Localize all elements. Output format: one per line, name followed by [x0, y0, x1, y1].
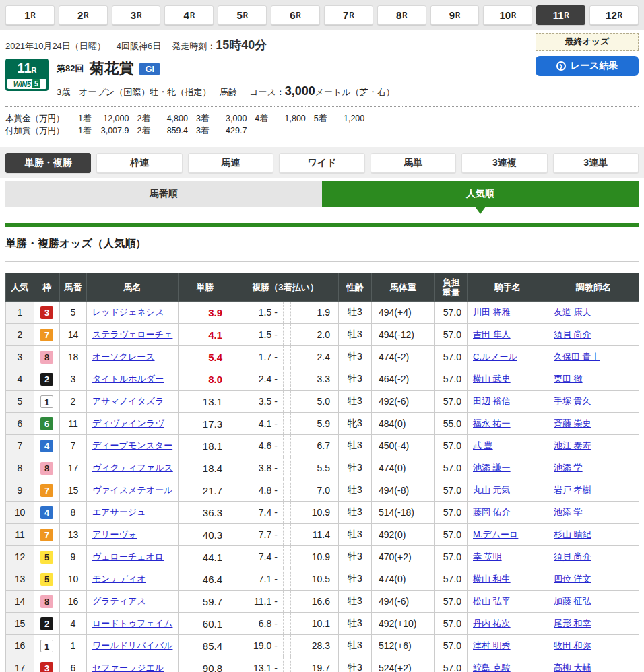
win-odds-cell: 90.8: [179, 657, 232, 672]
horse-name-link[interactable]: レッドジェネシス: [92, 307, 164, 317]
place-odds-dash: -: [274, 507, 278, 518]
jockey-link[interactable]: 福永 祐一: [473, 418, 511, 428]
jockey-cell: C.ルメール: [468, 346, 548, 368]
race-tab-4r[interactable]: 4R: [164, 5, 214, 25]
jockey-cell: 藤岡 佑介: [468, 502, 548, 524]
jockey-link[interactable]: 丹内 祐次: [473, 618, 511, 628]
trainer-link[interactable]: 杉山 晴紀: [554, 529, 591, 539]
horse-name-link[interactable]: ロードトゥフェイム: [92, 618, 172, 628]
trainer-link[interactable]: 四位 洋文: [554, 574, 591, 584]
trainer-link[interactable]: 斉藤 崇史: [554, 418, 591, 428]
trainer-link[interactable]: 牧田 和弥: [554, 640, 591, 650]
race-tab-9r[interactable]: 9R: [430, 5, 480, 25]
race-tab-7r[interactable]: 7R: [324, 5, 373, 25]
horse-name-link[interactable]: オーソクレース: [92, 351, 155, 362]
horse-name-link[interactable]: ディープモンスター: [92, 440, 172, 450]
load-weight-cell: 57.0: [435, 435, 468, 457]
bet-type-tab-4[interactable]: ワイド: [279, 153, 364, 173]
jockey-link[interactable]: 横山 和生: [473, 574, 511, 584]
jockey-link[interactable]: 吉田 隼人: [473, 329, 511, 339]
odds-row: 13510モンテディオ46.47.1-10.5牡3474(0)57.0横山 和生…: [6, 568, 639, 591]
horse-name-link[interactable]: ステラヴェローチェ: [92, 329, 172, 339]
race-tab-11r[interactable]: 11R: [536, 5, 585, 25]
horse-name-link[interactable]: ヴィクティファルス: [92, 463, 173, 473]
race-tab-number: 5: [236, 9, 242, 21]
race-tab-2r[interactable]: 2R: [59, 5, 108, 25]
race-result-button[interactable]: ❯レース結果: [536, 56, 639, 76]
horse-name-link[interactable]: タイトルホルダー: [92, 374, 164, 384]
race-tab-suffix: R: [349, 11, 354, 19]
trainer-link[interactable]: 栗田 徹: [554, 374, 583, 384]
trainer-link[interactable]: 池添 学: [554, 463, 583, 473]
horse-name-link[interactable]: アサマノイタズラ: [92, 396, 164, 406]
place-odds-separator: [283, 435, 291, 457]
jockey-cell: 丹内 祐次: [468, 613, 548, 635]
trainer-link[interactable]: 久保田 貴士: [554, 351, 600, 362]
load-weight-cell: 55.0: [435, 413, 468, 435]
race-tab-3r[interactable]: 3R: [112, 5, 161, 25]
trainer-cell: 池添 学: [548, 502, 639, 524]
jockey-link[interactable]: 川田 将雅: [473, 307, 511, 317]
trainer-link[interactable]: 須貝 尚介: [554, 551, 591, 562]
trainer-link[interactable]: 池江 泰寿: [554, 440, 591, 450]
race-tab-10r[interactable]: 10R: [483, 5, 532, 25]
jockey-link[interactable]: 津村 明秀: [473, 640, 511, 650]
race-tab-12r[interactable]: 12R: [589, 5, 639, 25]
horse-number-cell: 10: [60, 568, 87, 591]
trainer-link[interactable]: 友道 康夫: [554, 307, 591, 317]
jockey-link[interactable]: 池添 謙一: [473, 463, 511, 473]
bet-type-tab-7[interactable]: 3連単: [553, 153, 639, 173]
header-rank: 人気: [6, 273, 34, 302]
trainer-link[interactable]: 手塚 貴久: [554, 396, 591, 406]
horse-weight-cell: 492(-6): [372, 391, 435, 413]
horse-number-cell: 5: [60, 302, 87, 324]
horse-name-link[interactable]: ヴァイスメテオール: [92, 485, 172, 495]
sort-tab-1[interactable]: 馬番順: [5, 181, 322, 207]
grade-badge: GI: [139, 63, 160, 75]
jockey-link[interactable]: C.ルメール: [473, 351, 517, 362]
trainer-link[interactable]: 須貝 尚介: [554, 329, 591, 339]
jockey-link[interactable]: M.デムーロ: [473, 529, 518, 539]
jockey-link[interactable]: 田辺 裕信: [473, 396, 511, 406]
horse-name-link[interactable]: ディヴァインラヴ: [92, 418, 164, 428]
rank-cell: 11: [6, 524, 34, 546]
final-odds-button[interactable]: 最終オッズ: [536, 33, 639, 51]
horse-name-cell: レッドジェネシス: [87, 302, 179, 324]
race-tab-6r[interactable]: 6R: [271, 5, 320, 25]
place-odds-high: 2.4: [291, 351, 338, 362]
race-tab-1r[interactable]: 1R: [5, 5, 55, 25]
trainer-link[interactable]: 加藤 征弘: [554, 596, 591, 606]
place-odds-high: 6.7: [291, 440, 338, 451]
horse-name-link[interactable]: アリーヴォ: [92, 529, 137, 539]
horse-name-link[interactable]: セファーラジエル: [92, 663, 164, 672]
race-tab-8r[interactable]: 8R: [377, 5, 426, 25]
sort-tab-2[interactable]: 人気順: [322, 181, 639, 207]
jockey-link[interactable]: 松山 弘平: [473, 596, 511, 606]
waku-badge: 4: [40, 440, 53, 452]
bet-type-tab-5[interactable]: 馬単: [371, 153, 456, 173]
horse-number-cell: 2: [60, 391, 87, 413]
jockey-link[interactable]: 横山 武史: [473, 374, 511, 384]
bet-type-tab-1[interactable]: 単勝・複勝: [5, 153, 91, 173]
trainer-link[interactable]: 池添 学: [554, 507, 583, 517]
horse-weight-cell: 464(-2): [372, 368, 435, 391]
horse-name-link[interactable]: エアサージュ: [92, 507, 146, 517]
jockey-link[interactable]: 武 豊: [473, 440, 493, 450]
horse-weight-cell: 514(-18): [372, 502, 435, 524]
horse-name-link[interactable]: グラティアス: [92, 596, 146, 606]
bet-type-tab-3[interactable]: 馬連: [188, 153, 273, 173]
jockey-link[interactable]: 鮫島 克駿: [473, 663, 511, 672]
horse-name-link[interactable]: モンテディオ: [92, 574, 146, 584]
horse-name-link[interactable]: ワールドリバイバル: [92, 640, 172, 650]
trainer-link[interactable]: 岩戸 孝樹: [554, 485, 591, 495]
race-tab-5r[interactable]: 5R: [218, 5, 267, 25]
jockey-link[interactable]: 藤岡 佑介: [473, 507, 511, 517]
bet-type-tab-6[interactable]: 3連複: [461, 153, 547, 173]
horse-name-link[interactable]: ヴェローチェオロ: [92, 551, 164, 562]
horse-weight-cell: 474(-2): [372, 346, 435, 368]
trainer-link[interactable]: 尾形 和幸: [554, 618, 591, 628]
bet-type-tab-2[interactable]: 枠連: [96, 153, 182, 173]
trainer-link[interactable]: 高柳 大輔: [554, 663, 591, 672]
jockey-link[interactable]: 幸 英明: [473, 551, 502, 562]
jockey-link[interactable]: 丸山 元気: [473, 485, 511, 495]
